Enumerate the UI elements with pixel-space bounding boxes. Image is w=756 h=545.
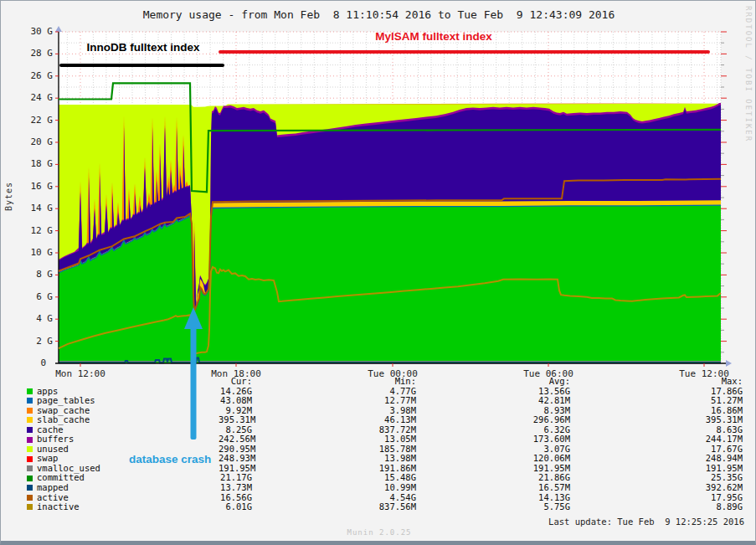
series-min-value: 12.77M bbox=[252, 396, 416, 406]
y-tick-label: 22 G bbox=[16, 116, 53, 126]
y-tick-label: 0 bbox=[9, 358, 46, 368]
y-tick-label: 10 G bbox=[16, 248, 53, 258]
y-tick-label: 14 G bbox=[16, 203, 53, 213]
annotation-myisam-label: MyISAM fulltext index bbox=[350, 30, 517, 43]
legend-row: mapped 13.73M 10.99M 16.57M 392.62M bbox=[26, 483, 749, 493]
series-max-value: 392.62M bbox=[570, 483, 743, 493]
series-color-swatch bbox=[27, 408, 33, 414]
y-tick-label: 16 G bbox=[16, 182, 53, 192]
series-label: mapped bbox=[37, 483, 69, 493]
legend-row: slab_cache 395.31M 46.13M 296.96M 395.31… bbox=[26, 415, 749, 425]
series-color-swatch bbox=[27, 437, 33, 443]
y-tick-label: 12 G bbox=[16, 226, 53, 236]
munin-version: Munin 2.0.25 bbox=[296, 528, 463, 537]
series-cur-value: 43.08M bbox=[219, 396, 252, 406]
y-tick-label: 30 G bbox=[16, 27, 53, 37]
series-color-swatch bbox=[27, 456, 33, 462]
y-tick-label: 2 G bbox=[16, 337, 53, 347]
y-tick-label: 28 G bbox=[16, 49, 53, 59]
series-color-swatch bbox=[27, 495, 33, 501]
series-cur-value: 6.01G bbox=[219, 502, 252, 512]
y-tick-label: 6 G bbox=[16, 292, 53, 302]
series-min-value: 837.56M bbox=[252, 502, 416, 512]
series-color-swatch bbox=[27, 504, 33, 510]
legend-header-cur: Cur: bbox=[219, 377, 252, 387]
chart-title: Memory usage - from Mon Feb 8 11:10:54 2… bbox=[1, 8, 756, 21]
munin-memory-graph: Memory usage - from Mon Feb 8 11:10:54 2… bbox=[0, 0, 756, 545]
y-axis-label: Bytes bbox=[4, 100, 13, 293]
series-min-value: 10.99M bbox=[252, 483, 416, 493]
legend-header-avg: Avg: bbox=[416, 377, 570, 387]
series-color-swatch bbox=[27, 427, 33, 433]
y-tick-label: 18 G bbox=[16, 159, 53, 169]
series-max-value: 8.89G bbox=[570, 502, 743, 512]
annotation-innodb-label: InnoDB fulltext index bbox=[59, 41, 227, 54]
series-color-swatch bbox=[27, 388, 33, 394]
y-tick-label: 4 G bbox=[16, 314, 53, 324]
series-color-swatch bbox=[27, 465, 33, 471]
series-color-swatch bbox=[27, 485, 33, 491]
legend-row: page_tables 43.08M 12.77M 42.81M 51.27M bbox=[26, 396, 749, 406]
series-label: page_tables bbox=[37, 396, 95, 406]
series-avg-value: 42.81M bbox=[416, 396, 570, 406]
series-avg-value: 5.75G bbox=[416, 502, 570, 512]
y-tick-label: 24 G bbox=[16, 93, 53, 103]
series-color-swatch bbox=[27, 398, 33, 404]
legend-header-row: Cur: Min: Avg: Max: bbox=[26, 377, 749, 387]
series-label: inactive bbox=[37, 502, 80, 512]
legend-row: inactive 6.01G 837.56M 5.75G 8.89G bbox=[26, 502, 749, 512]
y-tick-label: 26 G bbox=[16, 71, 53, 81]
legend: Cur: Min: Avg: Max: apps 14.26G 4.77G 13… bbox=[26, 377, 749, 512]
legend-header-max: Max: bbox=[570, 377, 743, 387]
series-color-swatch bbox=[27, 446, 33, 452]
legend-header-min: Min: bbox=[252, 377, 416, 387]
series-cur-value: 13.73M bbox=[219, 483, 252, 493]
series-avg-value: 16.57M bbox=[416, 483, 570, 493]
y-tick-label: 8 G bbox=[16, 270, 53, 280]
rrdtool-watermark: RRDTOOL / TOBI OETIKER bbox=[744, 6, 753, 207]
series-max-value: 51.27M bbox=[570, 396, 743, 406]
series-color-swatch bbox=[27, 476, 33, 481]
series-color-swatch bbox=[27, 417, 33, 423]
last-update: Last update: Tue Feb 9 12:25:25 2016 bbox=[409, 517, 744, 527]
y-tick-label: 20 G bbox=[16, 137, 53, 147]
